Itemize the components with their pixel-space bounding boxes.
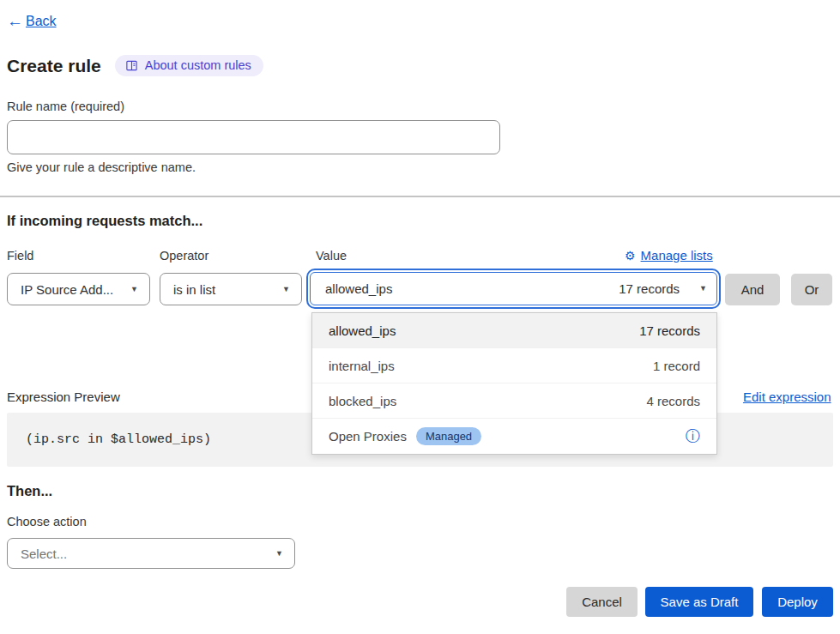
gear-icon: ⚙ — [625, 250, 636, 262]
rule-name-help-text: Give your rule a descriptive name. — [7, 160, 196, 174]
save-as-draft-button[interactable]: Save as Draft — [645, 587, 753, 617]
field-select[interactable]: IP Source Add... ▼ — [7, 273, 150, 305]
and-button[interactable]: And — [725, 274, 780, 305]
value-select-inner: allowed_ips 17 records ▼ — [310, 272, 717, 305]
list-item-detail: 17 records — [639, 323, 700, 338]
managed-badge: Managed — [416, 427, 481, 445]
back-link[interactable]: ← Back — [7, 13, 57, 29]
chevron-down-icon: ▼ — [275, 550, 283, 558]
or-button[interactable]: Or — [791, 274, 832, 305]
about-custom-rules-link[interactable]: About custom rules — [115, 55, 263, 76]
book-icon — [125, 59, 138, 72]
operator-select[interactable]: is in list ▼ — [160, 273, 302, 305]
deploy-button[interactable]: Deploy — [762, 587, 833, 617]
list-item-allowed-ips[interactable]: allowed_ips 17 records — [312, 313, 716, 348]
list-item-name: Open Proxies — [329, 429, 407, 444]
info-icon[interactable]: ⓘ — [686, 429, 700, 444]
list-item-name: allowed_ips — [329, 323, 396, 338]
operator-label: Operator — [160, 249, 208, 263]
list-item-blocked-ips[interactable]: blocked_ips 4 records — [312, 383, 716, 419]
create-rule-page: ← Back Create rule About custom rules Ru… — [0, 0, 840, 634]
field-select-value: IP Source Add... — [21, 282, 113, 297]
rule-name-input[interactable] — [7, 120, 500, 154]
then-section-heading: Then... — [7, 483, 52, 499]
list-item-name: internal_ips — [329, 359, 395, 373]
action-select[interactable]: Select... ▼ — [7, 538, 295, 569]
choose-action-label: Choose action — [7, 515, 87, 528]
rule-name-label: Rule name (required) — [7, 100, 124, 113]
chevron-down-icon: ▼ — [282, 286, 290, 293]
value-select[interactable]: allowed_ips 17 records ▼ — [306, 269, 721, 309]
field-label: Field — [7, 249, 33, 263]
expression-preview-label: Expression Preview — [7, 389, 120, 404]
list-item-detail: 4 records — [646, 394, 700, 408]
list-item-internal-ips[interactable]: internal_ips 1 record — [312, 348, 716, 383]
list-item-name: blocked_ips — [329, 394, 396, 408]
back-label: Back — [26, 14, 57, 29]
about-label: About custom rules — [145, 58, 251, 72]
page-title: Create rule — [7, 56, 101, 76]
value-label: Value — [316, 249, 347, 263]
title-row: Create rule About custom rules — [7, 55, 263, 76]
list-dropdown-menu: allowed_ips 17 records internal_ips 1 re… — [311, 312, 717, 455]
value-select-records: 17 records — [619, 281, 680, 296]
edit-expression-link[interactable]: Edit expression — [743, 389, 831, 404]
section-divider — [0, 196, 840, 197]
value-select-name: allowed_ips — [325, 281, 392, 296]
list-item-detail: 1 record — [653, 359, 700, 373]
expression-code: (ip.src in $allowed_ips) — [26, 432, 211, 447]
chevron-down-icon: ▼ — [699, 285, 707, 293]
match-section-heading: If incoming requests match... — [7, 213, 202, 229]
cancel-button[interactable]: Cancel — [566, 587, 638, 617]
action-select-placeholder: Select... — [21, 546, 67, 561]
back-arrow-icon: ← — [7, 13, 23, 29]
manage-lists-link[interactable]: ⚙ Manage lists — [625, 248, 713, 263]
chevron-down-icon: ▼ — [130, 286, 138, 293]
manage-lists-label: Manage lists — [641, 248, 713, 263]
operator-select-value: is in list — [173, 282, 215, 297]
list-item-open-proxies[interactable]: Open Proxies Managed ⓘ — [312, 419, 716, 454]
